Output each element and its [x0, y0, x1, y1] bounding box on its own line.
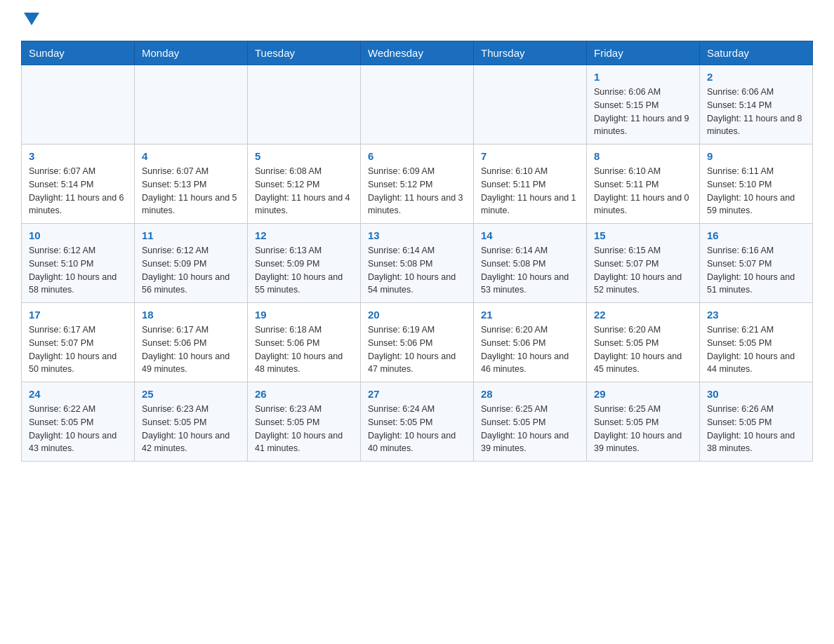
day-info: Sunrise: 6:23 AMSunset: 5:05 PMDaylight:… — [255, 403, 353, 455]
column-header-friday: Friday — [587, 41, 700, 65]
day-number: 19 — [255, 309, 353, 321]
day-number: 17 — [29, 309, 127, 321]
day-info: Sunrise: 6:06 AMSunset: 5:14 PMDaylight:… — [707, 86, 805, 138]
day-info: Sunrise: 6:25 AMSunset: 5:05 PMDaylight:… — [594, 403, 692, 455]
calendar-cell: 13Sunrise: 6:14 AMSunset: 5:08 PMDayligh… — [361, 224, 474, 303]
calendar-header-row: SundayMondayTuesdayWednesdayThursdayFrid… — [22, 41, 813, 65]
column-header-wednesday: Wednesday — [361, 41, 474, 65]
logo-triangle-icon — [24, 13, 39, 25]
calendar-cell: 22Sunrise: 6:20 AMSunset: 5:05 PMDayligh… — [587, 303, 700, 382]
calendar-cell — [22, 65, 135, 145]
calendar-cell: 2Sunrise: 6:06 AMSunset: 5:14 PMDaylight… — [700, 65, 813, 145]
day-info: Sunrise: 6:26 AMSunset: 5:05 PMDaylight:… — [707, 403, 805, 455]
day-info: Sunrise: 6:12 AMSunset: 5:10 PMDaylight:… — [29, 244, 127, 297]
calendar-cell — [361, 65, 474, 145]
day-number: 10 — [29, 229, 127, 241]
calendar-week-5: 24Sunrise: 6:22 AMSunset: 5:05 PMDayligh… — [22, 382, 813, 462]
calendar-cell: 17Sunrise: 6:17 AMSunset: 5:07 PMDayligh… — [22, 303, 135, 382]
svg-marker-0 — [24, 13, 39, 25]
day-number: 24 — [29, 388, 127, 400]
day-number: 14 — [481, 229, 579, 241]
calendar-cell: 12Sunrise: 6:13 AMSunset: 5:09 PMDayligh… — [248, 224, 361, 303]
calendar-cell — [248, 65, 361, 145]
day-number: 26 — [255, 388, 353, 400]
calendar-cell: 29Sunrise: 6:25 AMSunset: 5:05 PMDayligh… — [587, 382, 700, 462]
day-info: Sunrise: 6:17 AMSunset: 5:06 PMDaylight:… — [142, 323, 240, 376]
calendar-cell: 6Sunrise: 6:09 AMSunset: 5:12 PMDaylight… — [361, 145, 474, 224]
day-number: 5 — [255, 150, 353, 162]
day-number: 30 — [707, 388, 805, 400]
calendar-cell — [135, 65, 248, 145]
day-number: 16 — [707, 229, 805, 241]
day-number: 27 — [368, 388, 466, 400]
day-info: Sunrise: 6:12 AMSunset: 5:09 PMDaylight:… — [142, 244, 240, 297]
day-info: Sunrise: 6:10 AMSunset: 5:11 PMDaylight:… — [594, 165, 692, 217]
calendar-cell: 10Sunrise: 6:12 AMSunset: 5:10 PMDayligh… — [22, 224, 135, 303]
day-info: Sunrise: 6:25 AMSunset: 5:05 PMDaylight:… — [481, 403, 579, 455]
day-number: 9 — [707, 150, 805, 162]
day-number: 2 — [707, 71, 805, 83]
day-number: 20 — [368, 309, 466, 321]
calendar-cell — [474, 65, 587, 145]
day-number: 21 — [481, 309, 579, 321]
page-header — [21, 14, 813, 29]
calendar-cell: 21Sunrise: 6:20 AMSunset: 5:06 PMDayligh… — [474, 303, 587, 382]
day-number: 25 — [142, 388, 240, 400]
day-number: 11 — [142, 229, 240, 241]
calendar-cell: 14Sunrise: 6:14 AMSunset: 5:08 PMDayligh… — [474, 224, 587, 303]
calendar-cell: 4Sunrise: 6:07 AMSunset: 5:13 PMDaylight… — [135, 145, 248, 224]
calendar-cell: 11Sunrise: 6:12 AMSunset: 5:09 PMDayligh… — [135, 224, 248, 303]
day-info: Sunrise: 6:07 AMSunset: 5:14 PMDaylight:… — [29, 165, 127, 217]
column-header-sunday: Sunday — [22, 41, 135, 65]
day-number: 15 — [594, 229, 692, 241]
day-info: Sunrise: 6:08 AMSunset: 5:12 PMDaylight:… — [255, 165, 353, 217]
day-number: 29 — [594, 388, 692, 400]
calendar-cell: 8Sunrise: 6:10 AMSunset: 5:11 PMDaylight… — [587, 145, 700, 224]
day-info: Sunrise: 6:24 AMSunset: 5:05 PMDaylight:… — [368, 403, 466, 455]
column-header-tuesday: Tuesday — [248, 41, 361, 65]
calendar-cell: 18Sunrise: 6:17 AMSunset: 5:06 PMDayligh… — [135, 303, 248, 382]
day-info: Sunrise: 6:06 AMSunset: 5:15 PMDaylight:… — [594, 86, 692, 138]
calendar-week-4: 17Sunrise: 6:17 AMSunset: 5:07 PMDayligh… — [22, 303, 813, 382]
day-info: Sunrise: 6:14 AMSunset: 5:08 PMDaylight:… — [481, 244, 579, 297]
day-info: Sunrise: 6:20 AMSunset: 5:06 PMDaylight:… — [481, 323, 579, 376]
calendar-cell: 1Sunrise: 6:06 AMSunset: 5:15 PMDaylight… — [587, 65, 700, 145]
column-header-saturday: Saturday — [700, 41, 813, 65]
day-info: Sunrise: 6:19 AMSunset: 5:06 PMDaylight:… — [368, 323, 466, 376]
day-info: Sunrise: 6:17 AMSunset: 5:07 PMDaylight:… — [29, 323, 127, 376]
day-info: Sunrise: 6:23 AMSunset: 5:05 PMDaylight:… — [142, 403, 240, 455]
calendar-cell: 15Sunrise: 6:15 AMSunset: 5:07 PMDayligh… — [587, 224, 700, 303]
day-number: 1 — [594, 71, 692, 83]
day-number: 13 — [368, 229, 466, 241]
calendar-cell: 3Sunrise: 6:07 AMSunset: 5:14 PMDaylight… — [22, 145, 135, 224]
calendar-cell: 25Sunrise: 6:23 AMSunset: 5:05 PMDayligh… — [135, 382, 248, 462]
day-number: 22 — [594, 309, 692, 321]
calendar-cell: 5Sunrise: 6:08 AMSunset: 5:12 PMDaylight… — [248, 145, 361, 224]
calendar-cell: 26Sunrise: 6:23 AMSunset: 5:05 PMDayligh… — [248, 382, 361, 462]
day-info: Sunrise: 6:07 AMSunset: 5:13 PMDaylight:… — [142, 165, 240, 217]
calendar-cell: 24Sunrise: 6:22 AMSunset: 5:05 PMDayligh… — [22, 382, 135, 462]
day-info: Sunrise: 6:14 AMSunset: 5:08 PMDaylight:… — [368, 244, 466, 297]
calendar-cell: 9Sunrise: 6:11 AMSunset: 5:10 PMDaylight… — [700, 145, 813, 224]
calendar-cell: 30Sunrise: 6:26 AMSunset: 5:05 PMDayligh… — [700, 382, 813, 462]
calendar-cell: 16Sunrise: 6:16 AMSunset: 5:07 PMDayligh… — [700, 224, 813, 303]
day-number: 28 — [481, 388, 579, 400]
calendar-table: SundayMondayTuesdayWednesdayThursdayFrid… — [21, 41, 813, 462]
day-info: Sunrise: 6:20 AMSunset: 5:05 PMDaylight:… — [594, 323, 692, 376]
day-number: 23 — [707, 309, 805, 321]
day-info: Sunrise: 6:10 AMSunset: 5:11 PMDaylight:… — [481, 165, 579, 217]
calendar-cell: 28Sunrise: 6:25 AMSunset: 5:05 PMDayligh… — [474, 382, 587, 462]
calendar-cell: 19Sunrise: 6:18 AMSunset: 5:06 PMDayligh… — [248, 303, 361, 382]
calendar-cell: 20Sunrise: 6:19 AMSunset: 5:06 PMDayligh… — [361, 303, 474, 382]
column-header-monday: Monday — [135, 41, 248, 65]
day-number: 3 — [29, 150, 127, 162]
calendar-cell: 23Sunrise: 6:21 AMSunset: 5:05 PMDayligh… — [700, 303, 813, 382]
day-info: Sunrise: 6:15 AMSunset: 5:07 PMDaylight:… — [594, 244, 692, 297]
day-number: 7 — [481, 150, 579, 162]
calendar-week-1: 1Sunrise: 6:06 AMSunset: 5:15 PMDaylight… — [22, 65, 813, 145]
day-info: Sunrise: 6:13 AMSunset: 5:09 PMDaylight:… — [255, 244, 353, 297]
day-number: 6 — [368, 150, 466, 162]
day-info: Sunrise: 6:16 AMSunset: 5:07 PMDaylight:… — [707, 244, 805, 297]
day-info: Sunrise: 6:11 AMSunset: 5:10 PMDaylight:… — [707, 165, 805, 217]
day-number: 12 — [255, 229, 353, 241]
